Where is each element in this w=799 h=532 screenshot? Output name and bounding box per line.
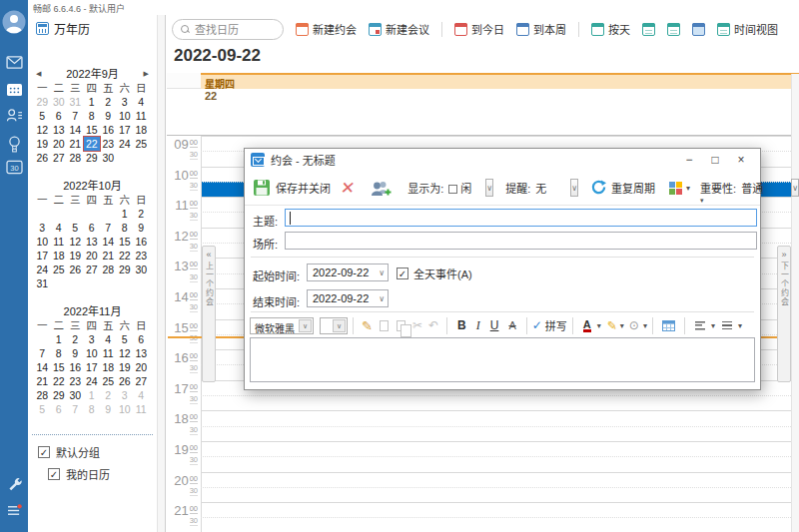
day-cell[interactable]: 6 — [84, 221, 101, 235]
day-cell[interactable]: 25 — [100, 374, 117, 388]
font-color-button[interactable]: A — [583, 319, 591, 332]
day-cell[interactable]: 10 — [84, 346, 101, 360]
day-cell[interactable]: 26 — [117, 374, 134, 388]
close-button[interactable]: × — [728, 153, 754, 167]
view-month-button[interactable] — [692, 23, 705, 36]
perpetual-calendar-icon[interactable]: 30 — [0, 160, 28, 177]
day-cell[interactable]: 14 — [67, 123, 84, 137]
view-week-button[interactable] — [667, 23, 680, 36]
undo-icon[interactable]: ↶ — [428, 318, 438, 332]
checkbox[interactable]: ✓ — [38, 446, 50, 458]
day-cell[interactable]: 14 — [100, 235, 117, 249]
new-meeting-button[interactable]: 新建会议 — [369, 21, 429, 37]
day-cell[interactable]: 5 — [67, 221, 84, 235]
go-this-week-button[interactable]: 到本周 — [516, 21, 566, 37]
day-cell[interactable]: 13 — [133, 346, 150, 360]
day-cell[interactable]: 6 — [133, 332, 150, 346]
day-cell[interactable]: 15 — [84, 123, 101, 137]
panel-scrollbar[interactable] — [157, 15, 165, 532]
location-input[interactable] — [285, 232, 757, 250]
day-cell[interactable]: 28 — [67, 151, 84, 165]
day-cell[interactable]: 29 — [34, 95, 51, 109]
day-cell[interactable]: 16 — [100, 123, 117, 137]
day-cell[interactable]: 21 — [100, 249, 117, 263]
hour-row[interactable]: 190030 — [167, 441, 799, 472]
bold-button[interactable]: B — [457, 318, 466, 332]
day-cell[interactable]: 30 — [67, 388, 84, 402]
time-view-button[interactable]: 时间视图 — [717, 21, 778, 37]
font-color-dropdown[interactable]: ▾ — [597, 321, 601, 330]
recurrence-label[interactable]: 重复周期 — [611, 180, 655, 196]
day-cell[interactable]: 15 — [51, 360, 68, 374]
day-cell[interactable]: 1 — [84, 388, 101, 402]
day-cell[interactable]: 25 — [51, 263, 68, 276]
day-cell[interactable]: 4 — [100, 332, 117, 346]
insert-table-button[interactable] — [662, 320, 675, 331]
start-date-select[interactable]: 2022-09-22∨ — [307, 264, 389, 281]
format-painter-icon[interactable]: ✎ — [362, 318, 373, 333]
day-cell[interactable]: 20 — [51, 137, 68, 151]
day-cell[interactable]: 6 — [51, 402, 68, 416]
category-colors-button[interactable] — [669, 182, 682, 195]
highlight-button[interactable]: ✐ — [604, 320, 618, 330]
show-as-dropdown[interactable]: ∨ — [485, 179, 493, 197]
calendar-icon[interactable] — [0, 82, 28, 99]
day-cell[interactable]: 9 — [100, 109, 117, 123]
day-cell[interactable]: 11 — [100, 346, 117, 360]
day-cell[interactable]: 9 — [100, 402, 117, 416]
day-cell[interactable]: 24 — [84, 374, 101, 388]
day-cell[interactable]: 24 — [34, 263, 51, 276]
highlight-dropdown[interactable]: ▾ — [620, 321, 624, 330]
all-day-checkbox-row[interactable]: ✓ 全天事件(A) — [397, 266, 472, 281]
day-cell[interactable]: 27 — [51, 151, 68, 165]
day-cell[interactable]: 19 — [34, 137, 51, 151]
day-cell[interactable]: 11 — [133, 402, 150, 416]
day-cell[interactable]: 3 — [117, 95, 134, 109]
day-cell[interactable]: 30 — [133, 263, 150, 276]
day-cell[interactable]: 13 — [51, 123, 68, 137]
prev-appointment-strip[interactable]: « 上一个约会 — [202, 246, 216, 382]
day-column-header[interactable]: 星期四 — [201, 73, 799, 89]
day-cell[interactable]: 8 — [84, 109, 101, 123]
insert-symbol-dropdown[interactable]: ▾ — [643, 321, 647, 330]
day-cell[interactable]: 8 — [51, 346, 68, 360]
contacts-icon[interactable] — [0, 108, 28, 125]
new-appointment-button[interactable]: 新建约会 — [296, 21, 357, 37]
recurrence-button[interactable] — [590, 179, 607, 198]
day-cell[interactable]: 7 — [34, 346, 51, 360]
day-cell[interactable]: 11 — [133, 109, 150, 123]
end-date-select[interactable]: 2022-09-22∨ — [307, 289, 389, 307]
day-cell[interactable]: 31 — [67, 95, 84, 109]
day-cell[interactable]: 23 — [67, 374, 84, 388]
day-cell[interactable]: 11 — [51, 235, 68, 249]
day-cell[interactable]: 21 — [67, 137, 84, 151]
dialog-titlebar[interactable]: 约会 - 无标题 − □ × — [245, 149, 760, 171]
day-cell[interactable]: 21 — [34, 374, 51, 388]
go-today-button[interactable]: 到今日 — [454, 21, 504, 37]
day-cell[interactable]: 7 — [67, 109, 84, 123]
list-button[interactable] — [722, 321, 732, 330]
view-by-day-button[interactable]: 按天 — [591, 21, 630, 37]
underline-button[interactable]: U — [490, 318, 499, 332]
mail-icon[interactable] — [0, 56, 28, 71]
hour-row[interactable]: 180030 — [167, 410, 799, 441]
day-cell[interactable]: 22 — [51, 374, 68, 388]
align-button[interactable] — [695, 321, 705, 330]
toolbar-overflow-arrow[interactable]: ▾ — [700, 197, 704, 205]
calendar-group-2[interactable]: ✓我的日历 — [32, 463, 153, 485]
day-cell[interactable]: 10 — [117, 109, 134, 123]
day-cell[interactable]: 1 — [51, 332, 68, 346]
reminder-dropdown[interactable]: ∨ — [570, 179, 578, 197]
cut-icon[interactable]: ✂ — [412, 318, 422, 332]
day-cell[interactable]: 13 — [84, 235, 101, 249]
checkbox[interactable]: ✓ — [48, 468, 60, 480]
day-cell[interactable]: 2 — [67, 332, 84, 346]
day-cell[interactable]: 3 — [117, 388, 134, 402]
importance-dropdown[interactable]: ∨ — [791, 179, 799, 197]
day-cell[interactable]: 12 — [67, 235, 84, 249]
day-cell[interactable]: 2 — [100, 388, 117, 402]
day-cell[interactable]: 23 — [100, 137, 117, 151]
font-size-select[interactable]: ∨ — [320, 317, 348, 334]
hour-row[interactable]: 200030 — [167, 472, 799, 503]
day-cell[interactable]: 16 — [67, 360, 84, 374]
